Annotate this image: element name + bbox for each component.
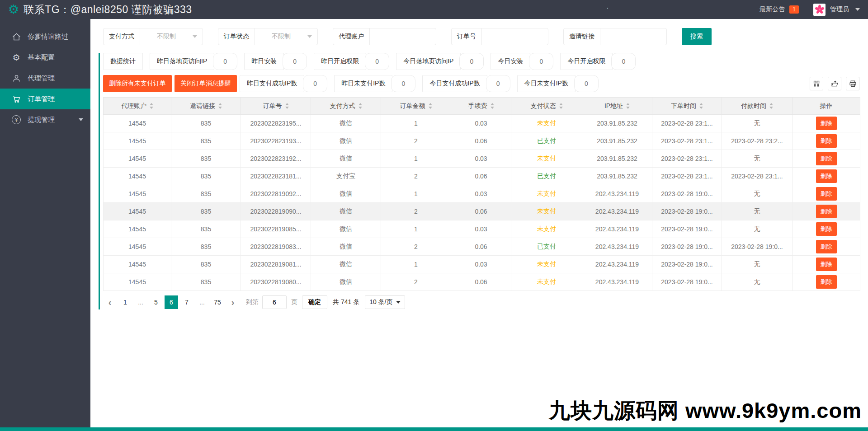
sidebar-item-2[interactable]: 代理管理: [0, 68, 90, 89]
chevron-down-icon[interactable]: [855, 8, 860, 11]
sort-asc-icon[interactable]: [429, 103, 432, 105]
announcement-link[interactable]: 最新公告: [760, 5, 785, 14]
announcement-count-badge[interactable]: 1: [789, 5, 799, 14]
sort-desc-icon[interactable]: [769, 107, 773, 109]
stat-label[interactable]: 今日未支付IP数: [517, 75, 576, 92]
filter-columns-button[interactable]: [810, 77, 823, 90]
column-header-order-no[interactable]: 订单号: [241, 98, 311, 115]
sort-icon[interactable]: [429, 103, 432, 109]
order-no-input[interactable]: [482, 28, 548, 45]
sort-desc-icon[interactable]: [285, 107, 289, 109]
delete-button[interactable]: 删除: [816, 152, 837, 165]
delete-button[interactable]: 删除: [816, 169, 837, 183]
column-header-pay-status[interactable]: 支付状态: [511, 98, 582, 115]
close-order-notify-button[interactable]: 关闭订单消息提醒: [175, 75, 237, 92]
sort-desc-icon[interactable]: [359, 107, 362, 109]
page-number-75[interactable]: 75: [211, 295, 224, 309]
delete-button[interactable]: 删除: [816, 117, 837, 130]
column-header-fee[interactable]: 手续费: [451, 98, 511, 115]
agent-account-label: 代理账户: [333, 28, 370, 45]
table-row: 145458352023022819080...微信20.06未支付202.43…: [104, 273, 860, 291]
column-header-pay-method[interactable]: 支付方式: [311, 98, 381, 115]
sort-asc-icon[interactable]: [218, 103, 222, 105]
sort-asc-icon[interactable]: [769, 103, 773, 105]
sort-icon[interactable]: [491, 103, 494, 109]
sort-icon[interactable]: [285, 103, 289, 109]
stat-label[interactable]: 昨日支付成功IP数: [240, 75, 304, 92]
sort-desc-icon[interactable]: [491, 107, 494, 109]
column-header-pay-time[interactable]: 付款时间: [722, 98, 793, 115]
cell-actions: 删除: [793, 185, 860, 203]
avatar[interactable]: [813, 4, 826, 16]
sort-desc-icon[interactable]: [150, 107, 153, 109]
page-number-1[interactable]: 1: [118, 295, 132, 309]
delete-button[interactable]: 删除: [816, 258, 837, 271]
stat-value: 0: [391, 75, 415, 92]
user-menu[interactable]: 管理员: [830, 5, 849, 14]
column-header-agent-account[interactable]: 代理账户: [104, 98, 171, 115]
page-number-6[interactable]: 6: [165, 295, 178, 309]
page-number-7[interactable]: 7: [180, 295, 193, 309]
column-header-invite-link[interactable]: 邀请链接: [171, 98, 241, 115]
sort-icon[interactable]: [769, 103, 773, 109]
per-page-select[interactable]: 10 条/页: [365, 295, 405, 309]
export-button[interactable]: [828, 77, 841, 90]
pay-method-select[interactable]: 支付方式 不限制: [103, 28, 203, 45]
sort-icon[interactable]: [626, 103, 630, 109]
agent-account-input[interactable]: [370, 28, 436, 45]
sort-asc-icon[interactable]: [626, 103, 630, 105]
column-header-order-amount[interactable]: 订单金额: [381, 98, 451, 115]
column-header-label: 下单时间: [671, 102, 703, 110]
sort-icon[interactable]: [150, 103, 153, 109]
delete-unpaid-orders-button[interactable]: 删除所有未支付订单: [103, 75, 172, 92]
sort-icon[interactable]: [699, 103, 703, 109]
sort-asc-icon[interactable]: [559, 103, 563, 105]
sort-desc-icon[interactable]: [218, 107, 222, 109]
stat-label[interactable]: 今日支付成功IP数: [422, 75, 487, 92]
sort-asc-icon[interactable]: [150, 103, 153, 105]
stat-label[interactable]: 数据统计: [103, 53, 143, 70]
sort-icon[interactable]: [359, 103, 362, 109]
sort-desc-icon[interactable]: [429, 107, 432, 109]
sort-asc-icon[interactable]: [699, 103, 703, 105]
sort-asc-icon[interactable]: [359, 103, 362, 105]
delete-button[interactable]: 删除: [816, 275, 837, 289]
stat-label[interactable]: 今日开启权限: [560, 53, 613, 70]
search-button[interactable]: 搜索: [682, 28, 712, 45]
stat-label[interactable]: 昨日落地页访问IP: [150, 53, 214, 70]
cell-actions: 删除: [793, 238, 860, 256]
column-header-order-time[interactable]: 下单时间: [652, 98, 722, 115]
print-button[interactable]: [846, 77, 859, 90]
column-header-ip-address[interactable]: IP地址: [582, 98, 652, 115]
page-number-5[interactable]: 5: [149, 295, 163, 309]
goto-page-input[interactable]: [262, 295, 287, 309]
delete-button[interactable]: 删除: [816, 205, 837, 218]
prev-page-button[interactable]: ‹: [103, 295, 117, 309]
sort-icon[interactable]: [218, 103, 222, 109]
delete-button[interactable]: 删除: [816, 240, 837, 253]
delete-button[interactable]: 删除: [816, 134, 837, 148]
order-status-select[interactable]: 订单状态 不限制: [218, 28, 318, 45]
sidebar-item-3[interactable]: 订单管理: [0, 89, 90, 109]
stat-label[interactable]: 今日安装: [491, 53, 530, 70]
sort-desc-icon[interactable]: [699, 107, 703, 109]
sort-asc-icon[interactable]: [285, 103, 289, 105]
cell-pay-time: 无: [722, 203, 793, 220]
sort-desc-icon[interactable]: [559, 107, 563, 109]
confirm-page-button[interactable]: 确定: [302, 295, 327, 309]
invite-link-input[interactable]: [600, 28, 666, 45]
sort-asc-icon[interactable]: [491, 103, 494, 105]
next-page-button[interactable]: ›: [226, 295, 240, 309]
stat-label[interactable]: 昨日安装: [244, 53, 284, 70]
sort-icon[interactable]: [559, 103, 563, 109]
sort-desc-icon[interactable]: [626, 107, 630, 109]
stat-label[interactable]: 昨日开启权限: [314, 53, 366, 70]
sidebar-item-1[interactable]: ⚙基本配置: [0, 47, 90, 68]
stat-label[interactable]: 今日落地页访问IP: [396, 53, 461, 70]
sidebar-item-4[interactable]: ¥提现管理: [0, 109, 90, 130]
delete-button[interactable]: 删除: [816, 187, 837, 201]
delete-button[interactable]: 删除: [816, 222, 837, 236]
cell-fee: 0.06: [451, 168, 511, 185]
stat-label[interactable]: 昨日未支付IP数: [334, 75, 392, 92]
sidebar-item-0[interactable]: 你爹情谊路过: [0, 26, 90, 47]
